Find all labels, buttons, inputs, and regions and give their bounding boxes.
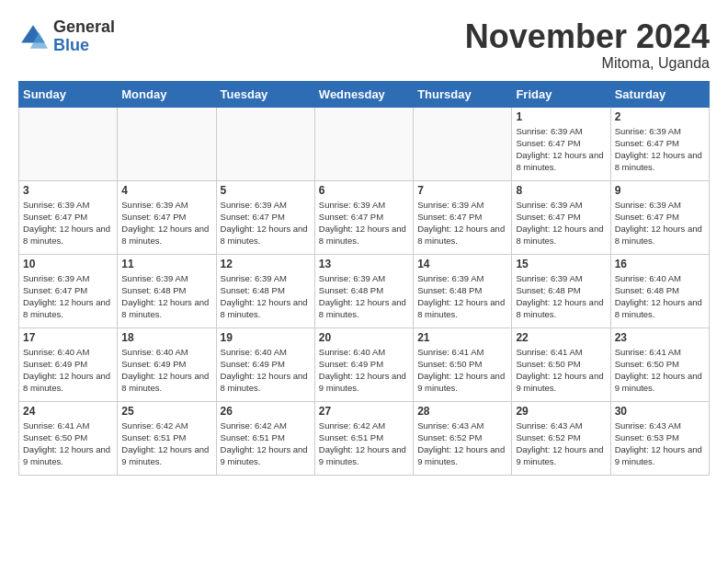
day-number: 12: [221, 258, 311, 270]
location: Mitoma, Uganda: [465, 55, 710, 72]
calendar-cell: 23Sunrise: 6:41 AM Sunset: 6:50 PM Dayli…: [610, 327, 709, 401]
calendar-cell: [19, 107, 118, 180]
calendar-cell: 22Sunrise: 6:41 AM Sunset: 6:50 PM Dayli…: [512, 327, 610, 401]
day-info: Sunrise: 6:39 AM Sunset: 6:47 PM Dayligh…: [516, 199, 606, 247]
day-number: 1: [516, 110, 606, 123]
day-number: 2: [615, 110, 705, 123]
calendar-cell: 21Sunrise: 6:41 AM Sunset: 6:50 PM Dayli…: [414, 327, 512, 401]
header-cell-thursday: Thursday: [414, 81, 512, 107]
day-info: Sunrise: 6:39 AM Sunset: 6:48 PM Dayligh…: [221, 272, 311, 321]
calendar-cell: 19Sunrise: 6:40 AM Sunset: 6:49 PM Dayli…: [216, 327, 314, 401]
day-number: 13: [319, 258, 409, 270]
calendar-cell: 27Sunrise: 6:42 AM Sunset: 6:51 PM Dayli…: [314, 401, 413, 475]
calendar-cell: [216, 107, 314, 180]
calendar-week-4: 17Sunrise: 6:40 AM Sunset: 6:49 PM Dayli…: [19, 327, 710, 401]
calendar-cell: 3Sunrise: 6:39 AM Sunset: 6:47 PM Daylig…: [19, 180, 118, 254]
day-number: 17: [23, 331, 113, 344]
day-info: Sunrise: 6:39 AM Sunset: 6:47 PM Dayligh…: [615, 125, 705, 174]
day-number: 15: [516, 258, 606, 270]
page-header: General Blue November 2024 Mitoma, Ugand…: [18, 18, 710, 72]
calendar-cell: 9Sunrise: 6:39 AM Sunset: 6:47 PM Daylig…: [610, 180, 709, 254]
calendar-cell: 29Sunrise: 6:43 AM Sunset: 6:52 PM Dayli…: [512, 401, 610, 475]
day-number: 8: [516, 184, 606, 197]
calendar-cell: 15Sunrise: 6:39 AM Sunset: 6:48 PM Dayli…: [512, 254, 610, 327]
day-info: Sunrise: 6:39 AM Sunset: 6:47 PM Dayligh…: [23, 199, 113, 247]
day-info: Sunrise: 6:42 AM Sunset: 6:51 PM Dayligh…: [319, 419, 409, 468]
calendar-table: SundayMondayTuesdayWednesdayThursdayFrid…: [18, 81, 710, 476]
day-info: Sunrise: 6:39 AM Sunset: 6:47 PM Dayligh…: [516, 125, 606, 174]
calendar-cell: 1Sunrise: 6:39 AM Sunset: 6:47 PM Daylig…: [512, 107, 610, 180]
day-info: Sunrise: 6:41 AM Sunset: 6:50 PM Dayligh…: [516, 346, 606, 395]
calendar-cell: 16Sunrise: 6:40 AM Sunset: 6:48 PM Dayli…: [610, 254, 709, 327]
calendar-cell: 4Sunrise: 6:39 AM Sunset: 6:47 PM Daylig…: [118, 180, 216, 254]
day-info: Sunrise: 6:40 AM Sunset: 6:49 PM Dayligh…: [121, 346, 211, 395]
day-number: 19: [221, 331, 311, 344]
day-number: 28: [417, 405, 507, 418]
calendar-cell: [414, 107, 512, 180]
day-number: 16: [615, 258, 705, 270]
header-cell-monday: Monday: [118, 81, 216, 107]
header-row: SundayMondayTuesdayWednesdayThursdayFrid…: [19, 81, 710, 107]
calendar-cell: 7Sunrise: 6:39 AM Sunset: 6:47 PM Daylig…: [414, 180, 512, 254]
day-number: 29: [516, 405, 606, 418]
day-number: 10: [23, 258, 113, 270]
day-number: 23: [615, 331, 705, 344]
calendar-week-1: 1Sunrise: 6:39 AM Sunset: 6:47 PM Daylig…: [19, 107, 710, 180]
calendar-week-2: 3Sunrise: 6:39 AM Sunset: 6:47 PM Daylig…: [19, 180, 710, 254]
month-title: November 2024: [465, 18, 710, 55]
day-info: Sunrise: 6:42 AM Sunset: 6:51 PM Dayligh…: [221, 419, 311, 468]
day-info: Sunrise: 6:43 AM Sunset: 6:52 PM Dayligh…: [516, 419, 606, 468]
calendar-cell: 5Sunrise: 6:39 AM Sunset: 6:47 PM Daylig…: [216, 180, 314, 254]
day-info: Sunrise: 6:39 AM Sunset: 6:47 PM Dayligh…: [23, 272, 113, 321]
day-info: Sunrise: 6:39 AM Sunset: 6:48 PM Dayligh…: [121, 272, 211, 321]
day-number: 4: [121, 184, 211, 197]
day-number: 30: [615, 405, 705, 418]
calendar-cell: [118, 107, 216, 180]
calendar-cell: [314, 107, 413, 180]
day-number: 20: [319, 331, 409, 344]
calendar-cell: 8Sunrise: 6:39 AM Sunset: 6:47 PM Daylig…: [512, 180, 610, 254]
day-number: 27: [319, 405, 409, 418]
logo-general: General: [53, 18, 115, 37]
day-info: Sunrise: 6:41 AM Sunset: 6:50 PM Dayligh…: [23, 419, 113, 468]
day-number: 11: [121, 258, 211, 270]
calendar-cell: 10Sunrise: 6:39 AM Sunset: 6:47 PM Dayli…: [19, 254, 118, 327]
calendar-cell: 26Sunrise: 6:42 AM Sunset: 6:51 PM Dayli…: [216, 401, 314, 475]
day-number: 6: [319, 184, 409, 197]
day-info: Sunrise: 6:43 AM Sunset: 6:53 PM Dayligh…: [615, 419, 705, 468]
calendar-cell: 14Sunrise: 6:39 AM Sunset: 6:48 PM Dayli…: [414, 254, 512, 327]
calendar-body: 1Sunrise: 6:39 AM Sunset: 6:47 PM Daylig…: [19, 107, 710, 475]
calendar-cell: 20Sunrise: 6:40 AM Sunset: 6:49 PM Dayli…: [314, 327, 413, 401]
calendar-cell: 17Sunrise: 6:40 AM Sunset: 6:49 PM Dayli…: [19, 327, 118, 401]
calendar-week-3: 10Sunrise: 6:39 AM Sunset: 6:47 PM Dayli…: [19, 254, 710, 327]
title-block: November 2024 Mitoma, Uganda: [465, 18, 710, 72]
day-info: Sunrise: 6:40 AM Sunset: 6:48 PM Dayligh…: [615, 272, 705, 321]
day-number: 9: [615, 184, 705, 197]
header-cell-saturday: Saturday: [610, 81, 709, 107]
day-info: Sunrise: 6:39 AM Sunset: 6:47 PM Dayligh…: [221, 199, 311, 247]
header-cell-tuesday: Tuesday: [216, 81, 314, 107]
calendar-cell: 28Sunrise: 6:43 AM Sunset: 6:52 PM Dayli…: [414, 401, 512, 475]
calendar-week-5: 24Sunrise: 6:41 AM Sunset: 6:50 PM Dayli…: [19, 401, 710, 475]
logo: General Blue: [18, 18, 115, 55]
day-info: Sunrise: 6:40 AM Sunset: 6:49 PM Dayligh…: [23, 346, 113, 395]
calendar-cell: 13Sunrise: 6:39 AM Sunset: 6:48 PM Dayli…: [314, 254, 413, 327]
calendar-cell: 2Sunrise: 6:39 AM Sunset: 6:47 PM Daylig…: [610, 107, 709, 180]
calendar-cell: 18Sunrise: 6:40 AM Sunset: 6:49 PM Dayli…: [118, 327, 216, 401]
day-info: Sunrise: 6:39 AM Sunset: 6:47 PM Dayligh…: [121, 199, 211, 247]
header-cell-wednesday: Wednesday: [314, 81, 413, 107]
day-info: Sunrise: 6:39 AM Sunset: 6:47 PM Dayligh…: [615, 199, 705, 247]
logo-blue: Blue: [53, 37, 115, 55]
day-number: 25: [121, 405, 211, 418]
day-number: 21: [417, 331, 507, 344]
day-info: Sunrise: 6:39 AM Sunset: 6:48 PM Dayligh…: [417, 272, 507, 321]
day-info: Sunrise: 6:41 AM Sunset: 6:50 PM Dayligh…: [615, 346, 705, 395]
header-cell-friday: Friday: [512, 81, 610, 107]
day-number: 3: [23, 184, 113, 197]
day-number: 7: [417, 184, 507, 197]
calendar-cell: 6Sunrise: 6:39 AM Sunset: 6:47 PM Daylig…: [314, 180, 413, 254]
day-info: Sunrise: 6:42 AM Sunset: 6:51 PM Dayligh…: [121, 419, 211, 468]
calendar-cell: 11Sunrise: 6:39 AM Sunset: 6:48 PM Dayli…: [118, 254, 216, 327]
day-info: Sunrise: 6:39 AM Sunset: 6:48 PM Dayligh…: [319, 272, 409, 321]
header-cell-sunday: Sunday: [19, 81, 118, 107]
